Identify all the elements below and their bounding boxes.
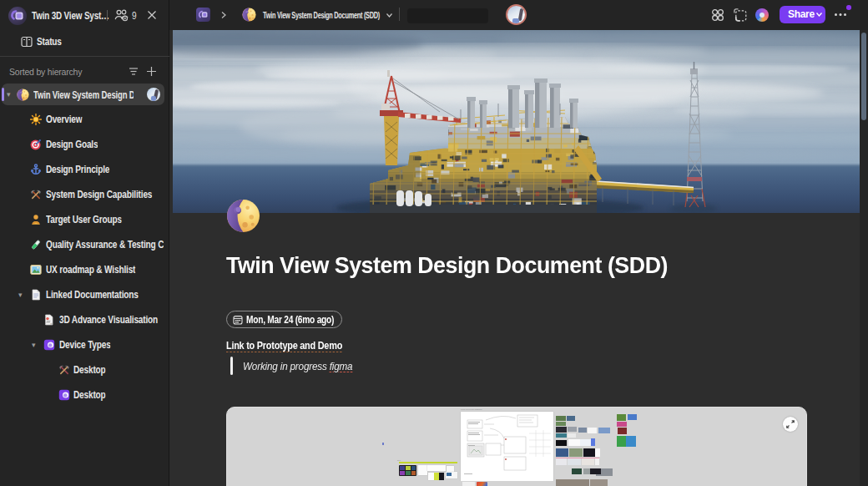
svg-text:∞: ∞ [50, 321, 53, 326]
